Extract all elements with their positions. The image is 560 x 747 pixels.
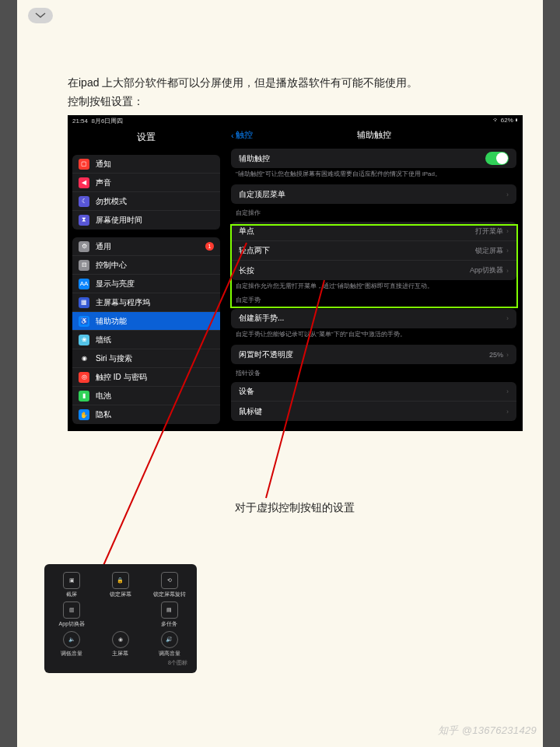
sidebar-group-2: ⚙通用1 ⊟控制中心 AA显示与亮度 ▦主屏幕与程序坞 ♿辅助功能 ❀墙纸 ◉S… <box>72 237 220 424</box>
switches-icon: ⊟ <box>79 260 89 271</box>
caption-text: 对于虚拟控制按钮的设置 <box>235 501 355 515</box>
status-battery: ᯤ 62% ▮ <box>493 117 518 126</box>
assistive-touch-switch-row[interactable]: 辅助触控 <box>231 149 516 168</box>
ipad-settings-screenshot: 21:54 8月6日周四 ᯤ 62% ▮ 设置 ▢通知 ◀声音 ☾勿扰模式 ⧗屏… <box>68 115 523 431</box>
row-value: 锁定屏幕 <box>475 246 503 256</box>
panel-label: 锁定屏幕 <box>110 591 131 598</box>
hourglass-icon: ⧗ <box>79 215 89 226</box>
chevron-down-icon <box>35 12 46 19</box>
row-label: 自定顶层菜单 <box>239 189 285 200</box>
panel-label: 调低音量 <box>61 650 82 658</box>
watermark: 知乎 @13676231429 <box>438 724 537 738</box>
chevron-right-icon: › <box>506 351 509 359</box>
sidebar-item-touchid[interactable]: ◎触控 ID 与密码 <box>72 368 220 387</box>
row-label: 创建新手势... <box>239 313 284 324</box>
long-press-row[interactable]: 长按App切换器› <box>231 261 516 280</box>
panel-item-screenshot[interactable]: ▣截屏 <box>51 572 93 598</box>
badge: 1 <box>205 242 214 251</box>
chevron-right-icon: › <box>506 314 509 322</box>
create-gesture-row[interactable]: 创建新手势...› <box>231 309 516 328</box>
pointer-header: 指针设备 <box>225 364 523 379</box>
sidebar-item-label: 屏幕使用时间 <box>96 215 142 226</box>
status-time: 21:54 <box>72 117 88 124</box>
idle-opacity-row[interactable]: 闲置时不透明度25%› <box>231 345 516 364</box>
sidebar-item-label: 勿扰模式 <box>96 196 127 207</box>
para-line2: 控制按钮设置： <box>68 95 144 107</box>
chevron-left-icon: ‹ <box>231 131 234 140</box>
sidebar-title: 设置 <box>68 126 225 150</box>
sidebar-item-label: 声音 <box>96 177 111 188</box>
sidebar-item-display[interactable]: AA显示与亮度 <box>72 275 220 293</box>
sidebar-item-screentime[interactable]: ⧗屏幕使用时间 <box>72 211 220 230</box>
panel-label: 调高音量 <box>159 650 180 658</box>
gesture-footer: 自定手势让您能够记录可以从"菜单"下的"自定"中激活的手势。 <box>225 328 523 338</box>
panel-label: 主屏幕 <box>112 650 128 658</box>
back-label: 触控 <box>236 129 253 141</box>
panel-label: 锁定屏幕旋转 <box>153 591 186 598</box>
sidebar-item-dnd[interactable]: ☾勿扰模式 <box>72 192 220 211</box>
row-label: 鼠标键 <box>239 406 262 417</box>
panel-label: App切换器 <box>59 620 85 628</box>
custom-actions-group: 单点打开菜单› 轻点两下锁定屏幕› 长按App切换器› <box>231 222 516 280</box>
sidebar-item-siri[interactable]: ◉Siri 与搜索 <box>72 349 220 368</box>
sidebar-item-battery[interactable]: ▮电池 <box>72 387 220 405</box>
sidebar-item-wallpaper[interactable]: ❀墙纸 <box>72 331 220 349</box>
sidebar-item-accessibility[interactable]: ♿辅助功能 <box>72 312 220 331</box>
article-page: 在ipad 上大部分软件都可以分屏使用，但是播放器软件有可能不能使用。 控制按钮… <box>17 0 543 747</box>
panel-item-rotation-lock[interactable]: ⟲锁定屏幕旋转 <box>148 572 191 598</box>
chevron-right-icon: › <box>506 247 509 254</box>
back-button[interactable]: ‹触控 <box>231 129 253 141</box>
panel-item-app-switcher[interactable]: ▥App切换器 <box>51 601 93 628</box>
bell-icon: ▢ <box>79 159 89 170</box>
double-tap-row[interactable]: 轻点两下锁定屏幕› <box>231 241 516 261</box>
multitask-icon: ▤ <box>161 601 178 619</box>
sidebar-item-notifications[interactable]: ▢通知 <box>72 155 220 174</box>
sidebar-item-label: Siri 与搜索 <box>96 353 132 364</box>
hand-icon: ✋ <box>79 409 89 420</box>
detail-pane: ‹触控 辅助触控 辅助触控 "辅助触控"可让您在触摸屏幕有困难或需要自适应配件的… <box>225 115 523 431</box>
custom-gesture-header: 自定手势 <box>225 291 523 306</box>
sidebar-item-control-center[interactable]: ⊟控制中心 <box>72 256 220 275</box>
vol-down-icon: 🔈 <box>63 631 80 648</box>
panel-label: 多任务 <box>161 620 177 628</box>
lock-icon: 🔒 <box>112 572 129 589</box>
sidebar-item-general[interactable]: ⚙通用1 <box>72 237 220 256</box>
chevron-right-icon: › <box>506 191 509 198</box>
panel-item-lock[interactable]: 🔒锁定屏幕 <box>100 572 142 598</box>
siri-icon: ◉ <box>79 353 89 364</box>
device-row[interactable]: 设备› <box>231 382 516 402</box>
assistive-touch-footer: "辅助触控"可让您在触摸屏幕有困难或需要自适应配件的情况下使用 iPad。 <box>225 168 523 178</box>
custom-actions-header: 自定操作 <box>225 204 523 219</box>
vol-up-icon: 🔊 <box>161 631 178 648</box>
brightness-icon: AA <box>79 279 89 289</box>
top-menu-group: 自定顶层菜单 › <box>231 184 516 204</box>
panel-item-vol-up[interactable]: 🔊调高音量 <box>148 631 191 658</box>
sidebar-item-privacy[interactable]: ✋隐私 <box>72 405 220 424</box>
sidebar-item-home[interactable]: ▦主屏幕与程序坞 <box>72 293 220 312</box>
chevron-right-icon: › <box>506 408 509 416</box>
panel-grid: ▣截屏 🔒锁定屏幕 ⟲锁定屏幕旋转 ▥App切换器 ▤多任务 🔈调低音量 ◉主屏… <box>51 572 191 658</box>
status-bar: 21:54 8月6日周四 ᯤ 62% ▮ <box>68 115 523 126</box>
mouse-keys-row[interactable]: 鼠标键› <box>231 402 516 421</box>
screenshot-icon: ▣ <box>63 572 80 589</box>
gesture-group: 创建新手势...› <box>231 309 516 328</box>
assistive-touch-switch-group: 辅助触控 <box>231 149 516 168</box>
panel-label: 截屏 <box>66 591 77 598</box>
assistive-touch-menu-panel: ▣截屏 🔒锁定屏幕 ⟲锁定屏幕旋转 ▥App切换器 ▤多任务 🔈调低音量 ◉主屏… <box>44 564 197 673</box>
flower-icon: ❀ <box>79 335 89 345</box>
speaker-icon: ◀ <box>79 177 89 188</box>
status-date: 8月6日周四 <box>91 117 123 124</box>
accessibility-icon: ♿ <box>79 316 89 327</box>
collapse-button[interactable] <box>28 8 53 23</box>
toggle-on[interactable] <box>485 152 509 165</box>
fingerprint-icon: ◎ <box>79 372 89 383</box>
panel-item-home[interactable]: ◉主屏幕 <box>100 631 142 658</box>
panel-count: 8个图标 <box>51 659 191 667</box>
top-menu-row[interactable]: 自定顶层菜单 › <box>231 184 516 204</box>
panel-item-multitask[interactable]: ▤多任务 <box>148 601 191 628</box>
sidebar-item-sounds[interactable]: ◀声音 <box>72 174 220 192</box>
chevron-right-icon: › <box>506 227 509 235</box>
sidebar-item-label: 隐私 <box>96 409 111 420</box>
single-tap-row[interactable]: 单点打开菜单› <box>231 222 516 241</box>
panel-item-vol-down[interactable]: 🔈调低音量 <box>51 631 93 658</box>
